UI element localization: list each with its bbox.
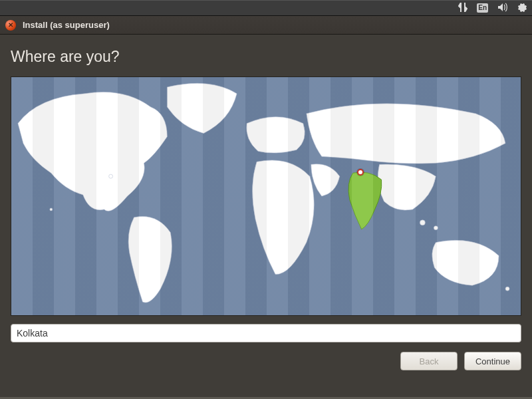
svg-point-3 bbox=[109, 174, 113, 178]
back-button[interactable]: Back bbox=[400, 352, 458, 370]
network-icon[interactable] bbox=[458, 3, 467, 14]
location-input[interactable] bbox=[11, 324, 521, 342]
svg-point-2 bbox=[434, 226, 438, 230]
window-title: Install (as superuser) bbox=[23, 20, 110, 30]
window-titlebar: ✕ Install (as superuser) bbox=[0, 16, 532, 35]
settings-gear-icon[interactable] bbox=[517, 3, 527, 14]
svg-point-1 bbox=[420, 220, 425, 225]
volume-icon[interactable] bbox=[497, 3, 508, 14]
timezone-map[interactable] bbox=[11, 76, 521, 316]
installer-page: Where are you? bbox=[0, 35, 532, 399]
location-entry-row bbox=[11, 324, 521, 342]
svg-point-5 bbox=[505, 287, 509, 291]
keyboard-layout-indicator[interactable]: En bbox=[477, 3, 488, 13]
navigation-buttons: Back Continue bbox=[11, 352, 521, 370]
page-heading: Where are you? bbox=[11, 48, 521, 66]
system-menubar: En bbox=[0, 0, 532, 16]
svg-point-4 bbox=[50, 208, 53, 211]
world-map-svg bbox=[11, 77, 521, 315]
location-marker bbox=[357, 169, 364, 176]
continue-button[interactable]: Continue bbox=[464, 352, 521, 370]
window-close-button[interactable]: ✕ bbox=[5, 20, 16, 31]
close-icon: ✕ bbox=[8, 21, 13, 29]
